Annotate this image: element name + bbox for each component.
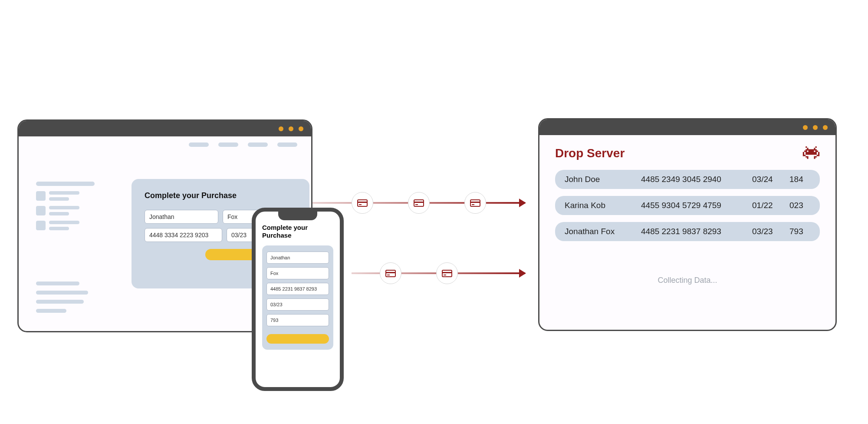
record-cvv: 793: [789, 227, 807, 236]
cvv-field[interactable]: 793: [266, 314, 329, 326]
stolen-records-list: John Doe4485 2349 3045 294003/24184Karin…: [555, 170, 820, 241]
browser-nav-placeholder: [189, 142, 297, 147]
record-cvv: 023: [789, 201, 807, 210]
purchase-title-mobile: Complete your Purchase: [262, 224, 333, 239]
space-invader-icon: [802, 146, 820, 160]
first-name-field[interactable]: Jonathan: [266, 252, 329, 264]
drop-server-titlebar: [539, 119, 835, 135]
drop-server-title: Drop Server: [555, 146, 625, 160]
browser-sidebar-placeholder2: [36, 282, 88, 313]
record-name: Jonathan Fox: [565, 227, 630, 236]
purchase-form-mobile: Jonathan Fox 4485 2231 9837 8293 03/23 7…: [262, 245, 333, 350]
stolen-record: Jonathan Fox4485 2231 9837 829303/23793: [555, 222, 820, 241]
record-expiry: 03/24: [752, 175, 778, 184]
submit-button[interactable]: [266, 334, 329, 344]
phone-device: Complete your Purchase Jonathan Fox 4485…: [252, 208, 344, 391]
card-number-field[interactable]: 4448 3334 2223 9203: [145, 228, 222, 242]
credit-card-icon: [352, 192, 373, 214]
record-name: Karina Kob: [565, 201, 630, 210]
window-dot: [279, 126, 283, 131]
record-card: 4485 2231 9837 8293: [641, 227, 741, 236]
credit-card-icon: [380, 262, 401, 284]
credit-card-icon: [464, 192, 486, 214]
credit-card-icon: [436, 262, 458, 284]
browser-titlebar: [19, 121, 311, 136]
card-number-field[interactable]: 4485 2231 9837 8293: [266, 283, 329, 295]
window-dot: [289, 126, 293, 131]
status-text: Collecting Data...: [555, 276, 820, 285]
window-dot: [803, 125, 808, 130]
window-dot: [813, 125, 818, 130]
stolen-record: John Doe4485 2349 3045 294003/24184: [555, 170, 820, 189]
expiry-field[interactable]: 03/23: [266, 298, 329, 311]
record-card: 4455 9304 5729 4759: [641, 201, 741, 210]
stolen-record: Karina Kob4455 9304 5729 475901/22023: [555, 196, 820, 215]
record-cvv: 184: [789, 175, 807, 184]
last-name-field[interactable]: Fox: [266, 267, 329, 279]
record-expiry: 03/23: [752, 227, 778, 236]
record-card: 4485 2349 3045 2940: [641, 175, 741, 184]
record-expiry: 01/22: [752, 201, 778, 210]
record-name: John Doe: [565, 175, 630, 184]
credit-card-icon: [408, 192, 430, 214]
drop-server-window: Drop Server John Doe4485 2349 3045 29400…: [538, 118, 837, 331]
first-name-field[interactable]: Jonathan: [145, 210, 218, 224]
phone-notch: [278, 212, 317, 220]
purchase-title: Complete your Purchase: [145, 191, 296, 200]
browser-sidebar-placeholder: [36, 182, 95, 230]
window-dot: [823, 125, 828, 130]
window-dot: [299, 126, 303, 131]
